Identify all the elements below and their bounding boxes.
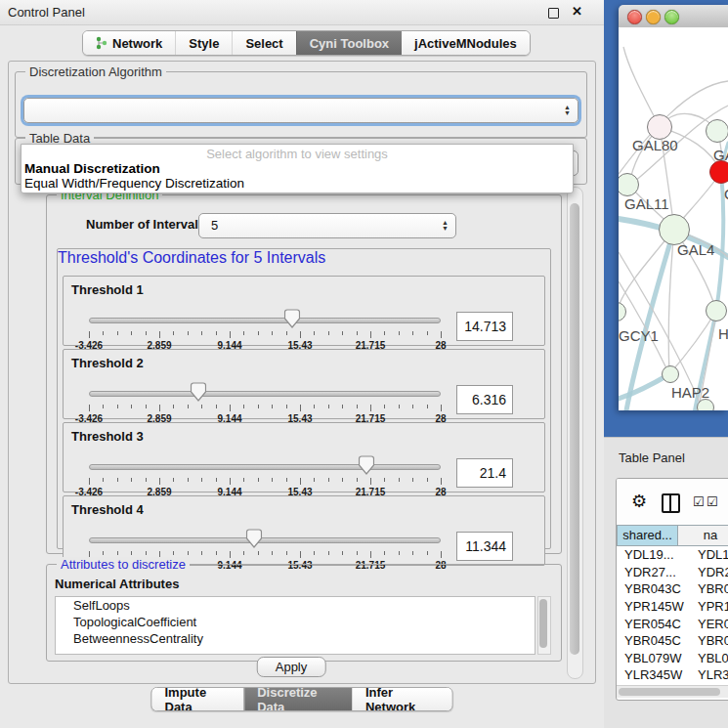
- threshold-label: Threshold 2: [71, 356, 144, 370]
- tab-infer-network[interactable]: Infer Network: [353, 688, 452, 710]
- slider-thumb[interactable]: [359, 455, 375, 475]
- table-row[interactable]: YBR043CYBR0: [617, 580, 728, 598]
- popup-option-manual-discretization[interactable]: Manual Discretization: [23, 161, 571, 176]
- slider-tick: [258, 331, 259, 335]
- attribute-list-item[interactable]: SelfLoops: [56, 597, 535, 614]
- popup-option-equal-width-frequency[interactable]: Equal Width/Frequency Discretization: [23, 176, 571, 191]
- minimize-traffic-light-icon[interactable]: [646, 10, 661, 24]
- tab-cyni-toolbox[interactable]: Cyni Toolbox: [296, 31, 402, 55]
- tab-impute-data[interactable]: Impute Data: [152, 688, 244, 710]
- network-node[interactable]: [697, 399, 714, 410]
- threshold-slider[interactable]: -3.4262.8599.14415.4321.71528: [89, 454, 441, 492]
- slider-tick: [412, 478, 413, 482]
- table-row[interactable]: YDR27...YDR2: [617, 564, 728, 581]
- zoom-traffic-light-icon[interactable]: [664, 10, 679, 24]
- slider-track[interactable]: [89, 391, 441, 397]
- table-horizontal-scrollbar[interactable]: [617, 685, 728, 698]
- slider-tick: [427, 331, 428, 335]
- slider-tick: [103, 331, 104, 335]
- slider-tick: [342, 478, 343, 482]
- scrollbar-thumb[interactable]: [570, 203, 579, 655]
- slider-tick: [230, 478, 231, 485]
- slider-tick: [117, 551, 118, 555]
- interval-definition-group: Interval Definition Number of Intervals …: [46, 194, 562, 554]
- attributes-scrollbar[interactable]: [537, 596, 551, 655]
- slider-tick: [89, 405, 90, 411]
- slider-tick: [384, 551, 385, 555]
- table-row[interactable]: YLR345WYLR3: [617, 666, 728, 684]
- slider-track[interactable]: [89, 537, 441, 543]
- table-cell: YBL0: [690, 651, 728, 665]
- slider-thumb[interactable]: [283, 309, 300, 328]
- slider-tick: [328, 551, 329, 555]
- table-row[interactable]: YER054CYER0: [617, 615, 728, 632]
- slider-track[interactable]: [89, 318, 441, 323]
- slider-track[interactable]: [89, 464, 441, 470]
- apply-button[interactable]: Apply: [257, 657, 326, 677]
- settings-vertical-scrollbar[interactable]: [567, 187, 583, 679]
- table-cell: YLR3: [690, 667, 728, 682]
- slider-tick: [286, 478, 287, 482]
- attribute-list-item[interactable]: TopologicalCoefficient: [56, 614, 535, 630]
- slider-tick: [230, 331, 231, 338]
- network-canvas[interactable]: GAL80GACGAL11GAL4GCY1HHAP2: [619, 27, 728, 410]
- checkbox-icon[interactable]: ☑: [707, 494, 718, 509]
- algorithm-combo[interactable]: ▲▼: [23, 98, 578, 123]
- slider-tick: [314, 478, 315, 482]
- gear-icon[interactable]: ⚙: [631, 491, 647, 512]
- table-row[interactable]: YBL079WYBL0: [617, 650, 728, 667]
- slider-tick: [272, 478, 273, 482]
- float-window-icon[interactable]: [548, 8, 559, 19]
- network-node[interactable]: [706, 119, 728, 143]
- slider-tick: [243, 331, 244, 335]
- table-cell: YBL079W: [617, 651, 690, 665]
- network-node[interactable]: [709, 160, 728, 184]
- threshold-label: Threshold 4: [71, 502, 144, 517]
- tab-select[interactable]: Select: [232, 31, 295, 55]
- column-header-name[interactable]: na: [678, 525, 728, 546]
- slider-tick: [230, 551, 231, 558]
- split-view-icon[interactable]: [662, 493, 680, 513]
- slider-tick: [173, 478, 174, 482]
- threshold-value-field[interactable]: 11.344: [456, 532, 513, 561]
- table-row[interactable]: YDL19...YDL1: [617, 546, 728, 564]
- slider-tick: [117, 331, 118, 335]
- threshold-value-field[interactable]: 21.4: [456, 458, 513, 488]
- network-node[interactable]: [662, 365, 679, 383]
- threshold-slider[interactable]: -3.4262.8599.14415.4321.71528: [89, 381, 441, 418]
- slider-tick: [117, 478, 118, 482]
- network-node[interactable]: [706, 300, 727, 321]
- slider-tick: [300, 331, 301, 338]
- scrollbar-thumb[interactable]: [539, 599, 547, 648]
- checkbox-icon[interactable]: ☑: [693, 494, 705, 509]
- control-panel-window: Control Panel ✕ Network Style Select Cyn…: [0, 0, 604, 728]
- threshold-slider[interactable]: -3.4262.8599.14415.4321.71528: [89, 308, 441, 345]
- tab-discretize-data[interactable]: Discretize Data: [243, 688, 353, 710]
- slider-tick: [314, 551, 315, 555]
- slider-tick: [243, 551, 244, 555]
- tab-network[interactable]: Network: [83, 31, 175, 55]
- scrollbar-thumb[interactable]: [619, 688, 720, 696]
- close-traffic-light-icon[interactable]: [627, 10, 642, 24]
- threshold-label: Threshold 1: [71, 282, 144, 297]
- slider-tick: [146, 331, 147, 335]
- threshold-value-field[interactable]: 6.316: [456, 385, 513, 414]
- tab-style[interactable]: Style: [175, 31, 232, 55]
- threshold-value-field[interactable]: 14.713: [456, 312, 513, 341]
- table-rows: YDL19...YDL1YDR27...YDR2YBR043CYBR0YPR14…: [617, 546, 728, 685]
- threshold-panel: Threshold 2 -3.4262.8599.14415.4321.7152…: [63, 349, 545, 419]
- tab-jactivemnodules[interactable]: jActiveMNodules: [402, 31, 530, 55]
- attribute-list-item[interactable]: BetweennessCentrality: [56, 630, 535, 647]
- network-node-label: GAL4: [677, 241, 714, 258]
- column-header-shared[interactable]: shared...: [617, 525, 678, 546]
- close-icon[interactable]: ✕: [572, 4, 582, 19]
- tab-label: Select: [245, 36, 282, 51]
- slider-thumb[interactable]: [246, 529, 263, 548]
- slider-tick: [230, 405, 231, 411]
- slider-tick: [314, 405, 315, 408]
- slider-thumb[interactable]: [190, 382, 206, 402]
- table-row[interactable]: YPR145WYPR1: [617, 598, 728, 616]
- table-row[interactable]: YBR045CYBR0: [617, 632, 728, 650]
- numerical-attributes-list[interactable]: SelfLoopsTopologicalCoefficientBetweenne…: [55, 596, 535, 655]
- number-of-intervals-combo[interactable]: 5 ▲▼: [198, 213, 456, 238]
